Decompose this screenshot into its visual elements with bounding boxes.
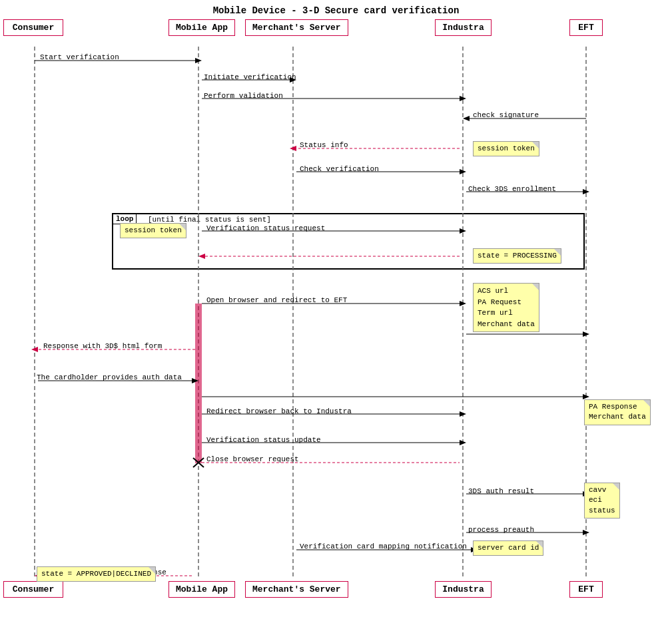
msg-process-preauth: process preauth [468, 526, 534, 534]
diagram: Mobile Device - 3-D Secure card verifica… [0, 0, 672, 625]
note-server-card-id: server card id [473, 540, 543, 556]
msg-check-3ds: Check 3DS enrollment [468, 185, 556, 193]
svg-marker-29 [31, 347, 38, 352]
svg-marker-7 [195, 58, 202, 63]
msg-redirect-industra: Redirect browser back to Industra [206, 407, 352, 415]
note-cavv: cavvecistatus [584, 483, 620, 519]
svg-marker-37 [460, 440, 466, 445]
svg-marker-15 [290, 146, 296, 151]
actor-consumer-bottom: Consumer [3, 581, 63, 598]
actor-merchant-top: Merchant's Server [245, 19, 348, 36]
msg-open-browser: Open browser and redirect to EFT [206, 296, 347, 304]
note-state-approved: state = APPROVED|DECLINED [37, 566, 156, 582]
svg-marker-17 [460, 169, 466, 174]
actor-consumer-top: Consumer [3, 19, 63, 36]
msg-check-verification: Check verification [300, 165, 379, 173]
msg-close-browser: Close browser request [206, 455, 299, 463]
msg-check-signature: check signature [473, 111, 539, 119]
msg-start-verification: Start verification [40, 53, 119, 61]
msg-status-info: Status info [300, 141, 348, 149]
svg-marker-44 [583, 530, 589, 535]
msg-verification-status-update: Verification status update [206, 436, 321, 444]
actor-mobileapp-top: Mobile App [168, 19, 235, 36]
actor-mobileapp-bottom: Mobile App [168, 581, 235, 598]
note-pa-response: PA ResponseMerchant data [584, 399, 651, 425]
msg-verification-status-req: Verification status request [206, 224, 325, 232]
svg-line-39 [193, 458, 204, 467]
svg-marker-33 [583, 394, 589, 399]
note-session-token-top: session token [473, 141, 539, 156]
msg-3ds-auth-result: 3DS auth result [468, 487, 534, 495]
svg-line-40 [193, 458, 204, 467]
actor-industra-top: Industra [435, 19, 492, 36]
actor-eft-bottom: EFT [569, 581, 603, 598]
svg-marker-19 [583, 189, 589, 194]
msg-perform-validation: Perform validation [204, 92, 283, 100]
actor-industra-bottom: Industra [435, 581, 492, 598]
msg-cardholder-auth: The cardholder provides auth data [37, 373, 182, 381]
svg-marker-25 [460, 301, 466, 306]
msg-response-3ds: Response with 3D$ html form [43, 342, 162, 350]
msg-card-mapping: Verification card mapping notification [300, 542, 467, 550]
actor-merchant-bottom: Merchant's Server [245, 581, 348, 598]
svg-marker-35 [460, 411, 466, 417]
svg-rect-5 [195, 304, 202, 463]
svg-marker-13 [463, 116, 470, 121]
svg-marker-31 [192, 378, 198, 383]
svg-marker-27 [583, 331, 589, 337]
note-acs-url: ACS urlPA RequestTerm urlMerchant data [473, 283, 539, 332]
diagram-title: Mobile Device - 3-D Secure card verifica… [0, 0, 672, 16]
svg-marker-11 [460, 96, 466, 101]
arrows-layer [0, 0, 672, 625]
msg-initiate-verification: Initiate verification [204, 73, 296, 81]
note-session-token-loop: session token [120, 223, 186, 238]
actor-eft-top: EFT [569, 19, 603, 36]
note-state-processing: state = PROCESSING [473, 248, 561, 264]
